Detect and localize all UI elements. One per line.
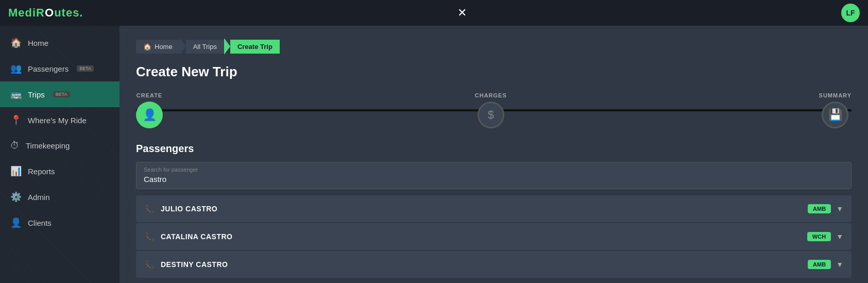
sidebar-item-reports[interactable]: 📊Reports bbox=[0, 158, 120, 184]
passenger-row[interactable]: 📞 CATALINA CASTRO WCH ▼ bbox=[136, 223, 852, 250]
sidebar-item-home[interactable]: 🏠Home bbox=[0, 30, 120, 56]
topbar: MediROutes. ✕ LF bbox=[0, 0, 868, 26]
badge-trips: BETA bbox=[53, 91, 70, 97]
passenger-left: 📞 JULIO CASTRO bbox=[144, 204, 217, 214]
wizard-charges-circle[interactable]: $ bbox=[478, 102, 504, 128]
chevron-down-icon[interactable]: ▼ bbox=[836, 260, 843, 269]
search-placeholder-label: Search for passenger bbox=[137, 162, 851, 174]
wizard-summary-icon: 💾 bbox=[828, 108, 842, 122]
passenger-name: DESTINY CASTRO bbox=[161, 260, 228, 269]
admin-icon: ⚙️ bbox=[10, 191, 22, 203]
breadcrumb: 🏠 Home All Trips Create Trip bbox=[136, 38, 852, 55]
phone-icon: 📞 bbox=[144, 260, 155, 270]
badge-passengers: BETA bbox=[77, 65, 94, 72]
wizard-summary-circle[interactable]: 💾 bbox=[822, 102, 848, 128]
home-icon: 🏠 bbox=[10, 37, 22, 48]
breadcrumb-all-trips-label: All Trips bbox=[193, 43, 217, 51]
clients-icon: 👤 bbox=[10, 217, 22, 228]
chevron-down-icon[interactable]: ▼ bbox=[836, 232, 843, 241]
passengers-section-title: Passengers bbox=[136, 143, 852, 155]
sidebar-label-clients: Clients bbox=[28, 219, 52, 227]
close-button[interactable]: ✕ bbox=[457, 6, 467, 20]
layout: 🏠Home👥PassengersBETA🚌TripsBETA📍Where's M… bbox=[0, 26, 868, 283]
phone-icon: 📞 bbox=[144, 204, 155, 214]
chevron-down-icon[interactable]: ▼ bbox=[836, 205, 843, 213]
type-badge: WCH bbox=[807, 232, 831, 241]
breadcrumb-create-trip[interactable]: Create Trip bbox=[230, 40, 280, 54]
wizard-create-label: CREATE bbox=[137, 92, 162, 98]
phone-icon: 📞 bbox=[144, 232, 155, 242]
passenger-left: 📞 DESTINY CASTRO bbox=[144, 260, 228, 270]
reports-icon: 📊 bbox=[10, 165, 22, 177]
passenger-search-container: Search for passenger bbox=[136, 162, 852, 189]
passenger-right: AMB ▼ bbox=[808, 260, 843, 269]
sidebar-label-timekeeping: Timekeeping bbox=[26, 141, 70, 150]
wizard-charges-label: CHARGES bbox=[475, 92, 507, 98]
passenger-left: 📞 CATALINA CASTRO bbox=[144, 232, 232, 242]
breadcrumb-all-trips[interactable]: All Trips bbox=[186, 40, 224, 54]
sidebar-item-wheres-my-ride[interactable]: 📍Where's My Ride bbox=[0, 107, 120, 133]
breadcrumb-home-label: Home bbox=[155, 43, 173, 51]
sidebar-label-reports: Reports bbox=[28, 167, 55, 176]
sidebar-label-trips: Trips bbox=[28, 90, 45, 99]
passenger-search-input[interactable] bbox=[137, 174, 851, 189]
passenger-name: JULIO CASTRO bbox=[161, 205, 217, 213]
type-badge: AMB bbox=[808, 204, 831, 213]
passenger-right: AMB ▼ bbox=[808, 204, 843, 213]
sidebar-item-timekeeping[interactable]: ⏱Timekeeping bbox=[0, 133, 120, 158]
trips-icon: 🚌 bbox=[10, 89, 22, 100]
sidebar-label-admin: Admin bbox=[28, 193, 50, 202]
passengers-icon: 👥 bbox=[10, 63, 22, 74]
sidebar-label-home: Home bbox=[28, 39, 48, 47]
sidebar-item-trips[interactable]: 🚌TripsBETA bbox=[0, 81, 120, 107]
breadcrumb-home[interactable]: 🏠 Home bbox=[136, 40, 180, 54]
wheres-my-ride-icon: 📍 bbox=[10, 114, 22, 126]
main-content: 🏠 Home All Trips Create Trip Create New … bbox=[120, 26, 868, 283]
sidebar-item-clients[interactable]: 👤Clients bbox=[0, 210, 120, 236]
breadcrumb-sep-1 bbox=[180, 38, 186, 55]
wizard-create-circle[interactable]: 👤 bbox=[136, 102, 163, 128]
breadcrumb-create-trip-label: Create Trip bbox=[237, 43, 273, 51]
breadcrumb-sep-2 bbox=[224, 38, 230, 55]
passenger-right: WCH ▼ bbox=[807, 232, 843, 241]
passenger-row[interactable]: 📞 JULIO CASTRO AMB ▼ bbox=[136, 195, 852, 222]
wizard-step-summary: SUMMARY 💾 bbox=[819, 92, 852, 128]
passenger-row[interactable]: 📞 DESTINY CASTRO AMB ▼ bbox=[136, 251, 852, 278]
sidebar-item-admin[interactable]: ⚙️Admin bbox=[0, 184, 120, 210]
type-badge: AMB bbox=[808, 260, 831, 269]
sidebar-item-passengers[interactable]: 👥PassengersBETA bbox=[0, 56, 120, 81]
sidebar: 🏠Home👥PassengersBETA🚌TripsBETA📍Where's M… bbox=[0, 26, 120, 283]
timekeeping-icon: ⏱ bbox=[10, 140, 20, 151]
wizard-step-create: CREATE 👤 bbox=[136, 92, 163, 128]
logo: MediROutes. bbox=[8, 6, 83, 20]
wizard: CREATE 👤 CHARGES $ SUMMARY 💾 bbox=[136, 92, 852, 128]
sidebar-label-wheres-my-ride: Where's My Ride bbox=[28, 116, 87, 125]
avatar[interactable]: LF bbox=[841, 4, 860, 22]
home-icon: 🏠 bbox=[143, 43, 151, 51]
passenger-list: 📞 JULIO CASTRO AMB ▼ 📞 CATALINA CASTRO W… bbox=[136, 195, 852, 278]
wizard-create-icon: 👤 bbox=[143, 108, 157, 122]
wizard-step-charges: CHARGES $ bbox=[475, 92, 507, 128]
wizard-summary-label: SUMMARY bbox=[819, 92, 852, 98]
wizard-charges-icon: $ bbox=[488, 108, 494, 122]
wizard-steps: CREATE 👤 CHARGES $ SUMMARY 💾 bbox=[136, 92, 852, 128]
sidebar-label-passengers: Passengers bbox=[28, 64, 69, 73]
passenger-name: CATALINA CASTRO bbox=[161, 232, 232, 241]
page-title: Create New Trip bbox=[136, 64, 852, 80]
